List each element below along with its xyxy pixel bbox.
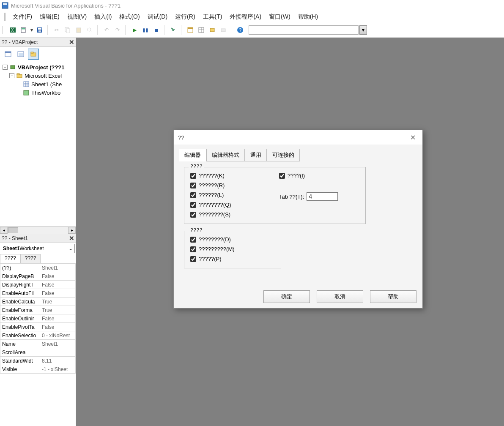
ck-auto-indent: ????(I) [279, 172, 338, 179]
svg-text:?: ? [239, 27, 241, 33]
svg-rect-21 [210, 28, 214, 32]
properties-pane-close-icon[interactable]: ✕ [67, 234, 76, 243]
ck-auto-data-tips: ????????(S) [190, 211, 279, 218]
save-icon[interactable] [35, 25, 45, 35]
window-title: Microsoft Visual Basic for Applications … [11, 3, 121, 9]
ck-auto-list: ??????(L) [190, 192, 279, 198]
menu-window[interactable]: 窗口(W) [266, 12, 294, 22]
prop-row: (??)Sheet1 [0, 264, 76, 272]
tab-width-input[interactable] [307, 192, 338, 201]
procedure-combo[interactable] [249, 25, 359, 35]
tab-editor-format[interactable]: 编辑器格式 [206, 149, 245, 161]
prop-row: Visible-1 - xlSheet [0, 365, 76, 374]
properties-grid[interactable]: (??)Sheet1 DisplayPageBFalse DisplayRigh… [0, 263, 76, 374]
mdi-client-area: ?? ✕ 编辑器 编辑器格式 通用 可连接的 ???? ??????(K) [76, 38, 504, 426]
properties-pane: ?? - Sheet1 ✕ Sheet1 Worksheet ⌄ ???? ??… [0, 234, 76, 374]
ok-button[interactable]: 确定 [263, 290, 310, 303]
prop-row: ScrollArea [0, 348, 76, 357]
menu-view[interactable]: 视图(V) [64, 12, 90, 22]
svg-rect-8 [38, 28, 41, 30]
menu-insert[interactable]: 插入(I) [91, 12, 115, 22]
workbook-icon [23, 89, 30, 96]
menu-edit[interactable]: 编辑(E) [36, 12, 63, 22]
menubar-grip[interactable] [4, 13, 7, 21]
menu-addins[interactable]: 外接程序(A) [226, 12, 265, 22]
dialog-titlebar[interactable]: ?? ✕ [174, 130, 422, 145]
insert-module-icon[interactable] [19, 25, 29, 35]
tree-excel-label: Microsoft Excel [25, 73, 62, 79]
tree-root-label: VBAProject (???1 [18, 64, 65, 71]
paste-icon[interactable] [74, 25, 84, 35]
svg-rect-12 [77, 28, 81, 33]
prop-row: NameSheet1 [0, 340, 76, 348]
stop-icon[interactable]: ◼ [151, 25, 162, 35]
undo-icon[interactable]: ↶ [101, 25, 112, 35]
properties-tab-alphabetic[interactable]: ???? [0, 254, 21, 263]
menu-help[interactable]: 帮助(H) [295, 12, 321, 22]
dropdown-icon[interactable]: ▾ [30, 25, 34, 35]
toolbox-icon[interactable] [218, 25, 228, 35]
copy-icon[interactable] [63, 25, 73, 35]
toolbar: X ▾ ✂ ↶ ↷ ▶ ▮▮ ◼ ? ▾ [0, 23, 504, 38]
project-pane-title: ?? - VBAProject [2, 39, 38, 45]
menu-debug[interactable]: 调试(D) [144, 12, 171, 22]
project-hscroll[interactable]: ◂ ▸ [0, 226, 76, 234]
properties-tab-categorized[interactable]: ???? [20, 254, 41, 263]
ck-auto-quick: ????????(Q) [190, 202, 279, 208]
project-pane-header: ?? - VBAProject ✕ [0, 38, 76, 47]
project-pane-close-icon[interactable]: ✕ [67, 38, 76, 46]
collapse-icon[interactable]: − [3, 65, 8, 70]
excel-icon[interactable]: X [8, 25, 18, 35]
tree-excel-folder[interactable]: − Microsoft Excel [1, 71, 75, 80]
svg-rect-11 [66, 29, 70, 33]
menu-tools[interactable]: 工具(T) [200, 12, 226, 22]
tree-sheet1-label: Sheet1 (She [31, 81, 62, 87]
project-icon [9, 64, 16, 71]
project-tree[interactable]: − VBAProject (???1 − Microsoft Excel She… [0, 61, 76, 226]
tree-thisworkbook[interactable]: ThisWorkbo [1, 88, 75, 97]
ck-require-var: ??????(R) [190, 182, 279, 188]
menu-format[interactable]: 格式(O) [116, 12, 143, 22]
menubar: 文件(F) 编辑(E) 视图(V) 插入(I) 格式(O) 调试(D) 运行(R… [0, 11, 504, 23]
menu-file[interactable]: 文件(F) [9, 12, 36, 22]
toolbar-grip[interactable] [3, 26, 5, 34]
tree-root[interactable]: − VBAProject (???1 [1, 63, 75, 71]
scroll-right-icon[interactable]: ▸ [68, 227, 76, 234]
find-icon[interactable] [85, 25, 95, 35]
object-browser-icon[interactable] [207, 25, 217, 35]
help-icon[interactable]: ? [235, 25, 245, 35]
prop-row: EnableFormaTrue [0, 306, 76, 314]
group1-legend: ???? [189, 164, 204, 169]
collapse-icon[interactable]: − [9, 73, 14, 78]
run-icon[interactable]: ▶ [129, 25, 140, 35]
chevron-down-icon[interactable]: ⌄ [67, 246, 74, 251]
prop-row: DisplayRightTFalse [0, 281, 76, 289]
scroll-thumb[interactable] [8, 227, 18, 233]
menu-run[interactable]: 运行(R) [172, 12, 198, 22]
pause-icon[interactable]: ▮▮ [140, 25, 151, 35]
view-code-icon[interactable] [3, 49, 14, 60]
properties-window-icon[interactable] [196, 25, 206, 35]
redo-icon[interactable]: ↷ [112, 25, 123, 35]
svg-rect-30 [31, 52, 33, 53]
help-button[interactable]: 帮助 [370, 290, 416, 303]
prop-row: EnablePivotTaFalse [0, 323, 76, 331]
cancel-button[interactable]: 取消 [317, 290, 363, 303]
tab-editor[interactable]: 编辑器 [179, 149, 206, 161]
tab-width-field: Tab ??(T): [279, 192, 338, 201]
tab-docking[interactable]: 可连接的 [267, 149, 300, 161]
procedure-combo-button[interactable]: ▾ [359, 25, 367, 35]
scroll-left-icon[interactable]: ◂ [0, 227, 8, 234]
object-selector[interactable]: Sheet1 Worksheet ⌄ [1, 244, 75, 253]
design-mode-icon[interactable] [168, 25, 178, 35]
tab-general[interactable]: 通用 [245, 149, 267, 161]
properties-tabs: ???? ???? [0, 254, 76, 263]
project-explorer-icon[interactable] [185, 25, 195, 35]
cut-icon[interactable]: ✂ [52, 25, 62, 35]
dialog-close-icon[interactable]: ✕ [407, 134, 418, 142]
tree-sheet1[interactable]: Sheet1 (She [1, 80, 75, 88]
toggle-folders-icon[interactable] [28, 49, 39, 60]
dialog-title: ?? [178, 134, 184, 141]
view-object-icon[interactable] [15, 49, 26, 60]
tab-width-label: Tab ??(T): [279, 194, 304, 200]
